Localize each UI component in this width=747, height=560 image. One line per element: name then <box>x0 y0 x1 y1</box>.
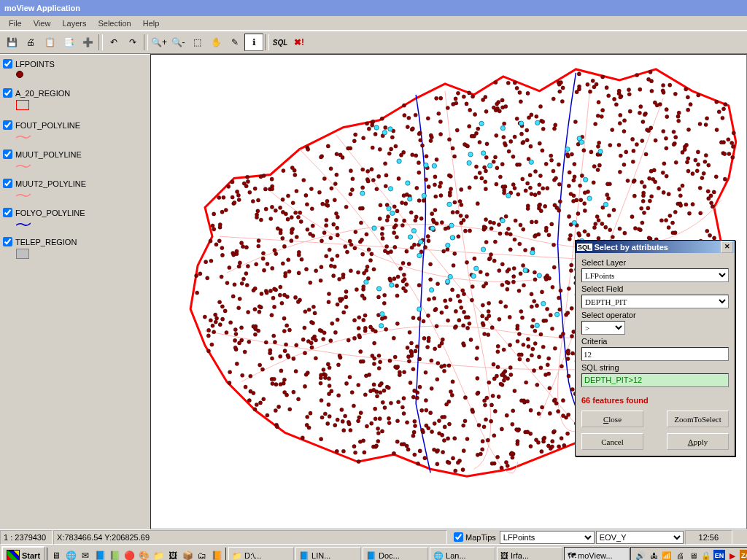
pan-icon[interactable]: ✋ <box>206 34 225 51</box>
taskbar-button[interactable]: 🖼Irfa... <box>497 547 562 560</box>
layer-checkbox[interactable] <box>3 149 12 159</box>
layer-checkbox[interactable] <box>3 120 12 130</box>
taskbar-button[interactable]: 📁D:\... <box>228 547 294 560</box>
menu-file[interactable]: File <box>3 18 28 29</box>
taskbar-button[interactable]: 📘Doc... <box>363 547 428 560</box>
zoom-area-icon[interactable]: ⬚ <box>187 34 206 51</box>
svg-point-666 <box>596 144 600 148</box>
quicklaunch-icon[interactable]: 📗 <box>108 549 121 560</box>
tray-icon[interactable]: 🔒 <box>700 550 712 560</box>
layer-checkbox[interactable] <box>3 237 12 246</box>
quicklaunch-icon[interactable]: 📦 <box>181 549 194 560</box>
svg-point-796 <box>413 419 417 423</box>
zoom-to-select-button[interactable]: ZoomToSelect <box>667 411 729 427</box>
svg-point-1167 <box>470 134 473 138</box>
menu-selection[interactable]: Selection <box>92 18 136 29</box>
layer-checkbox[interactable] <box>3 179 12 188</box>
svg-point-36 <box>500 262 504 266</box>
taskbar-button[interactable]: 📘LIN... <box>295 547 361 560</box>
svg-point-1065 <box>689 103 692 106</box>
tray-icon[interactable]: EN <box>713 550 725 560</box>
menu-help[interactable]: Help <box>137 18 166 29</box>
maptips-field-dropdown[interactable]: EOV_Y <box>596 531 684 544</box>
tray-icon[interactable]: 🖥 <box>687 550 699 560</box>
svg-point-1123 <box>496 344 500 348</box>
clear-selection-icon[interactable]: ✖! <box>290 34 309 51</box>
zoom-in-icon[interactable]: 🔍+ <box>150 34 169 51</box>
maptips-checkbox[interactable] <box>454 532 463 542</box>
taskbar-button[interactable]: 🗺moView... <box>564 547 630 560</box>
select-operator-dropdown[interactable]: > <box>581 321 625 335</box>
save-icon[interactable]: 💾 <box>2 34 21 51</box>
quicklaunch-icon[interactable]: ✉ <box>79 549 92 560</box>
quicklaunch-icon[interactable]: 📘 <box>93 549 107 560</box>
menu-layers[interactable]: Layers <box>56 18 92 29</box>
tray-icon[interactable]: ▶ <box>727 550 738 560</box>
maptips-layer-dropdown[interactable]: LFPoints <box>500 531 595 544</box>
svg-point-490 <box>225 330 228 334</box>
svg-point-1327 <box>552 429 556 433</box>
cancel-button[interactable]: Cancel <box>581 433 643 450</box>
quicklaunch-icon[interactable]: 🖼 <box>166 549 179 560</box>
identify-icon[interactable]: ℹ <box>244 34 263 51</box>
svg-point-651 <box>662 162 666 166</box>
print-icon[interactable]: 🖨 <box>21 34 40 51</box>
quicklaunch-icon[interactable]: 🗂 <box>196 549 209 560</box>
quicklaunch-icon[interactable]: 📙 <box>210 549 223 560</box>
svg-point-1433 <box>544 319 548 322</box>
svg-point-1347 <box>569 192 573 195</box>
svg-point-1336 <box>521 177 525 181</box>
select-field-dropdown[interactable]: DEPTH_PIT <box>581 295 729 308</box>
criteria-input[interactable] <box>581 347 729 361</box>
quicklaunch-icon[interactable]: 🌐 <box>64 549 77 560</box>
svg-point-736 <box>558 90 562 93</box>
quicklaunch-icon[interactable]: 📁 <box>152 549 165 560</box>
svg-point-1251 <box>295 343 298 347</box>
tray-icon[interactable]: 🖧 <box>648 550 659 560</box>
sql-icon[interactable]: SQL <box>271 34 290 51</box>
svg-point-33 <box>263 187 267 191</box>
tray-icon[interactable]: 🖨 <box>674 550 686 560</box>
apply-button[interactable]: Apply <box>667 433 729 450</box>
layer-checkbox[interactable] <box>3 88 12 98</box>
layer-item[interactable]: A_20_REGION <box>3 88 147 112</box>
redo-icon[interactable]: ↷ <box>123 34 142 51</box>
tray-icon[interactable]: 🔊 <box>635 550 646 560</box>
svg-point-1068 <box>305 423 309 427</box>
layer-checkbox[interactable] <box>3 208 12 217</box>
blank-button[interactable] <box>309 34 328 51</box>
svg-point-341 <box>233 283 236 287</box>
layer-item[interactable]: MUUT_POLYLINE <box>3 149 147 170</box>
svg-point-1009 <box>300 257 303 261</box>
menu-view[interactable]: View <box>28 18 57 29</box>
svg-point-1070 <box>526 430 530 434</box>
quicklaunch-icon[interactable]: 🎨 <box>137 549 150 560</box>
svg-point-126 <box>446 106 449 109</box>
layer-item[interactable]: TELEP_REGION <box>3 237 147 260</box>
layer-item[interactable]: FOUT_POLYLINE <box>3 120 147 141</box>
quicklaunch-icon[interactable]: 🖥 <box>50 549 63 560</box>
layer-checkbox[interactable] <box>3 59 12 69</box>
tray-icon[interactable]: ZA <box>740 550 747 560</box>
tray-icon[interactable]: 📶 <box>661 550 673 560</box>
close-icon[interactable]: ✕ <box>721 241 733 253</box>
add-layer-icon[interactable]: ➕ <box>78 34 97 51</box>
layer-item[interactable]: LFPOINTS <box>3 59 147 79</box>
svg-point-1456 <box>373 357 376 360</box>
copy-icon[interactable]: 📋 <box>40 34 59 51</box>
layer-item[interactable]: FOLYO_POLYLINE <box>3 208 147 228</box>
close-button[interactable]: Close <box>581 411 643 427</box>
layer-item[interactable]: MUUT2_POLYLINE <box>3 179 147 199</box>
svg-point-376 <box>504 305 508 308</box>
zoom-out-icon[interactable]: 🔍- <box>169 34 187 51</box>
select-layer-dropdown[interactable]: LFPoints <box>581 268 729 282</box>
svg-point-1089 <box>290 166 294 170</box>
edit-icon[interactable]: ✎ <box>225 34 244 51</box>
start-button[interactable]: Start <box>1 546 45 560</box>
svg-point-1328 <box>489 419 493 423</box>
taskbar-button[interactable]: 🌐Lan... <box>430 547 495 560</box>
dialog-titlebar[interactable]: SQL Select by attributes ✕ <box>576 241 735 253</box>
layers-icon[interactable]: 📑 <box>59 34 78 51</box>
quicklaunch-icon[interactable]: 🔴 <box>123 549 136 560</box>
undo-icon[interactable]: ↶ <box>104 34 123 51</box>
